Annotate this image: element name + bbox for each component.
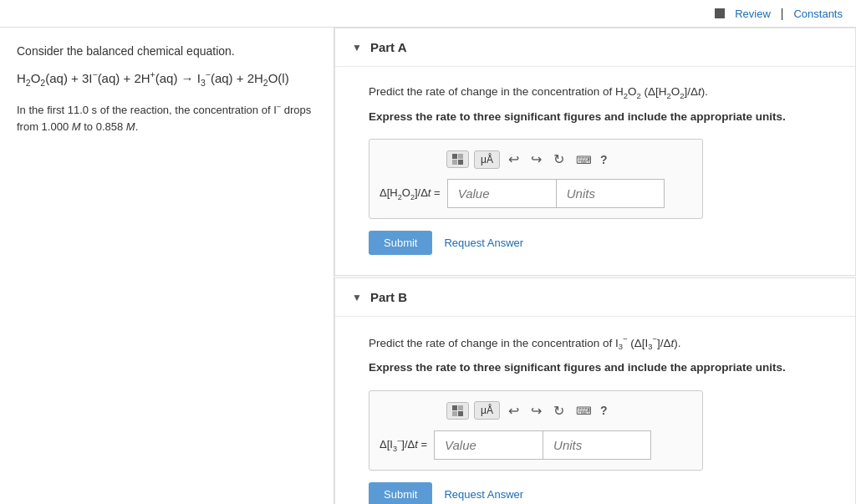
part-b-instruction: Express the rate to three significant fi… [369,359,835,376]
sidebar-equation: H2O2(aq) + 3I−(aq) + 2H+(aq) → I3−(aq) +… [17,68,317,90]
part-a-section: ▼ Part A Predict the rate of change in t… [334,28,856,276]
part-b-mu-button[interactable]: μÅ [474,401,500,420]
part-a-request-link[interactable]: Request Answer [444,237,523,249]
constants-link[interactable]: Constants [793,8,843,20]
main-layout: Consider the balanced chemical equation.… [0,28,856,504]
part-a-arrow-icon: ▼ [352,42,362,53]
part-a-mu-button[interactable]: μÅ [474,150,500,169]
part-b-undo-button[interactable]: ↩ [505,401,522,420]
part-a-header[interactable]: ▼ Part A [335,28,855,67]
part-a-redo-button[interactable]: ↪ [527,150,545,169]
part-a-input-row: Δ[H2O2]/Δt = [380,179,692,208]
part-b-body: Predict the rate of change in the concen… [335,317,855,504]
part-a-value-input[interactable] [447,179,556,208]
part-a-body: Predict the rate of change in the concen… [335,67,855,275]
part-a-help-button[interactable]: ? [600,153,608,166]
part-b-title: Part B [370,290,407,304]
part-b-input-row: Δ[I3−]/Δt = [380,430,692,460]
keyboard-icon: ⌨ [576,154,592,166]
part-b-keyboard-icon: ⌨ [576,405,592,417]
part-a-toolbar: μÅ ↩ ↪ ↻ ⌨ ? [380,150,692,169]
part-b-value-input[interactable] [434,430,543,460]
part-a-refresh-button[interactable]: ↻ [550,150,568,169]
part-a-units-input[interactable] [556,179,665,208]
part-a-instruction: Express the rate to three significant fi… [369,109,835,125]
part-b-input-label: Δ[I3−]/Δt = [380,437,427,453]
content-area: ▼ Part A Predict the rate of change in t… [334,28,856,504]
part-a-undo-button[interactable]: ↩ [505,150,522,169]
part-b-help-button[interactable]: ? [600,404,608,417]
part-b-submit-button[interactable]: Submit [369,482,432,504]
part-b-toolbar: μÅ ↩ ↪ ↻ ⌨ ? [380,401,692,420]
part-a-question: Predict the rate of change in the concen… [369,84,835,102]
part-a-answer-box: μÅ ↩ ↪ ↻ ⌨ ? Δ[H2O2]/Δt = [369,139,703,219]
separator: | [781,7,784,20]
part-a-action-row: Submit Request Answer [369,231,835,255]
part-a-title: Part A [370,40,407,54]
part-b-action-row: Submit Request Answer [369,482,835,504]
sidebar-note: In the first 11.0 s of the reaction, the… [17,102,317,135]
part-a-grid-button[interactable] [446,150,469,168]
part-a-keyboard-button[interactable]: ⌨ [573,150,595,169]
part-b-keyboard-button[interactable]: ⌨ [573,401,595,420]
part-b-arrow-icon: ▼ [352,292,362,303]
part-b-request-link[interactable]: Request Answer [444,488,523,501]
part-b-units-input[interactable] [543,430,651,460]
part-b-answer-box: μÅ ↩ ↪ ↻ ⌨ ? Δ[I3−]/Δt = [369,390,703,471]
part-b-section: ▼ Part B Predict the rate of change in t… [334,277,856,504]
part-b-grid-icon [452,405,463,416]
part-b-grid-button[interactable] [446,402,469,420]
part-b-header[interactable]: ▼ Part B [335,278,855,317]
part-b-question: Predict the rate of change in the concen… [369,333,835,353]
part-a-submit-button[interactable]: Submit [369,231,432,255]
part-b-redo-button[interactable]: ↪ [527,401,545,420]
grid-icon [452,154,463,165]
top-bar: Review | Constants [0,0,856,28]
part-b-refresh-button[interactable]: ↻ [550,401,568,420]
sidebar: Consider the balanced chemical equation.… [0,28,334,504]
part-a-input-label: Δ[H2O2]/Δt = [380,186,441,201]
review-icon [715,8,725,18]
sidebar-intro: Consider the balanced chemical equation. [17,44,317,58]
review-link[interactable]: Review [735,8,771,20]
